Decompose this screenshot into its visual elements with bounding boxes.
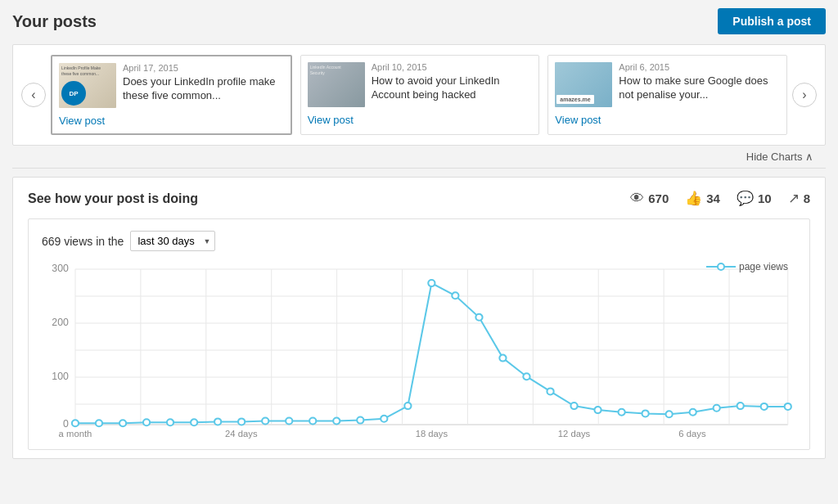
svg-point-53: [737, 403, 744, 409]
svg-text:300: 300: [52, 263, 69, 274]
svg-point-27: [119, 420, 126, 426]
shares-icon: ↗: [788, 190, 800, 207]
svg-point-41: [452, 292, 458, 299]
svg-text:24 days: 24 days: [225, 429, 258, 439]
comments-icon: 💬: [737, 190, 754, 207]
likes-value: 34: [706, 191, 720, 205]
post-info-2: April 10, 2015 How to avoid your LinkedI…: [372, 62, 533, 107]
stats-counts: 👁 670 👍 34 💬 10 ↗ 8: [630, 190, 810, 207]
svg-point-43: [499, 355, 506, 362]
posts-carousel: ‹ LinkedIn Profile Makethese five common…: [12, 44, 826, 146]
svg-text:12 days: 12 days: [558, 429, 591, 439]
svg-point-29: [167, 419, 173, 425]
post-info-1: April 17, 2015 Does your LinkedIn profil…: [123, 63, 284, 108]
post-thumbnail-2: LinkedIn AccountSecurity: [308, 62, 365, 107]
stats-title: See how your post is doing: [28, 191, 198, 206]
svg-point-40: [428, 280, 435, 286]
svg-point-1: [718, 263, 724, 270]
chart-controls: 669 views in the last 30 days last 7 day…: [42, 231, 796, 251]
svg-point-44: [523, 373, 529, 380]
post-thumbnail-1: LinkedIn Profile Makethese five common..…: [59, 63, 116, 108]
likes-icon: 👍: [685, 190, 702, 207]
svg-point-48: [619, 409, 625, 416]
svg-point-34: [286, 418, 292, 425]
carousel-items: LinkedIn Profile Makethese five common..…: [51, 55, 787, 135]
svg-point-30: [191, 419, 197, 425]
post-card-top-1: LinkedIn Profile Makethese five common..…: [59, 63, 284, 108]
svg-point-35: [309, 418, 316, 425]
post-thumbnail-3: amazes.me: [555, 62, 612, 107]
svg-text:0: 0: [63, 418, 69, 430]
stat-likes: 👍 34: [685, 190, 720, 207]
chart-container: 669 views in the last 30 days last 7 day…: [28, 218, 810, 450]
post-date-1: April 17, 2015: [123, 63, 284, 73]
svg-point-28: [143, 419, 150, 425]
post-avatar-1: DP: [61, 81, 86, 106]
chart-legend: page views: [706, 261, 788, 272]
comments-value: 10: [758, 191, 772, 205]
publish-button[interactable]: Publish a post: [718, 8, 826, 34]
svg-text:200: 200: [52, 317, 69, 328]
stat-shares: ↗ 8: [788, 190, 810, 207]
svg-point-39: [404, 403, 411, 409]
post-view-link-3[interactable]: View post: [555, 114, 780, 126]
stat-comments: 💬 10: [737, 190, 772, 207]
post-info-3: April 6, 2015 How to make sure Google do…: [619, 62, 780, 107]
post-date-2: April 10, 2015: [372, 62, 533, 72]
period-select-wrapper[interactable]: last 30 days last 7 days last 90 days: [130, 231, 215, 251]
svg-point-55: [785, 403, 791, 410]
svg-text:6 days: 6 days: [678, 429, 706, 439]
views-icon: 👁: [630, 191, 644, 207]
svg-point-32: [238, 418, 245, 425]
svg-text:18 days: 18 days: [416, 429, 448, 439]
svg-point-26: [96, 420, 102, 426]
views-period-label: 669 views in the: [42, 235, 124, 248]
svg-point-33: [262, 418, 268, 425]
post-title-3: How to make sure Google does not penalis…: [619, 74, 780, 102]
post-card-1: LinkedIn Profile Makethese five common..…: [51, 55, 292, 135]
post-title-2: How to avoid your LinkedIn Account being…: [372, 74, 533, 102]
page-wrapper: Your posts Publish a post ‹ LinkedIn Pro…: [0, 0, 838, 467]
svg-point-46: [570, 403, 577, 409]
chart-svg: 300 200 100 0: [42, 261, 796, 441]
post-card-2: LinkedIn AccountSecurity April 10, 2015 …: [300, 55, 540, 135]
chart-svg-wrapper: page views: [42, 261, 796, 441]
post-thumb-logo-3: amazes.me: [556, 95, 593, 104]
post-card-top-3: amazes.me April 6, 2015 How to make sure…: [555, 62, 780, 107]
svg-point-51: [690, 409, 696, 416]
svg-point-47: [594, 407, 601, 413]
svg-text:a month: a month: [59, 429, 92, 439]
post-view-link-1[interactable]: View post: [59, 115, 284, 127]
post-title-1: Does your LinkedIn profile make these fi…: [123, 75, 284, 103]
shares-value: 8: [804, 191, 810, 205]
svg-point-38: [381, 416, 387, 422]
post-card-3: amazes.me April 6, 2015 How to make sure…: [547, 55, 787, 135]
page-title: Your posts: [12, 12, 97, 31]
legend-label: page views: [739, 261, 788, 272]
svg-point-37: [357, 417, 363, 424]
svg-point-25: [72, 420, 79, 426]
views-value: 670: [648, 191, 669, 205]
period-select[interactable]: last 30 days last 7 days last 90 days: [130, 231, 215, 251]
svg-point-42: [475, 314, 482, 321]
svg-point-45: [547, 388, 553, 394]
hide-charts-toggle[interactable]: Hide Charts ∧: [12, 146, 826, 169]
carousel-prev[interactable]: ‹: [21, 83, 46, 107]
stat-views: 👁 670: [630, 191, 669, 207]
page-header: Your posts Publish a post: [12, 8, 826, 34]
post-view-link-2[interactable]: View post: [308, 114, 533, 126]
svg-point-54: [761, 403, 768, 410]
svg-text:100: 100: [52, 371, 69, 382]
post-card-top-2: LinkedIn AccountSecurity April 10, 2015 …: [308, 62, 533, 107]
stats-section: See how your post is doing 👁 670 👍 34 💬 …: [12, 177, 826, 459]
stats-header: See how your post is doing 👁 670 👍 34 💬 …: [28, 190, 810, 207]
post-date-3: April 6, 2015: [619, 62, 780, 72]
svg-point-31: [214, 418, 221, 425]
svg-point-50: [665, 411, 672, 417]
svg-point-52: [714, 405, 720, 412]
carousel-next[interactable]: ›: [792, 83, 817, 107]
svg-point-36: [333, 418, 340, 425]
svg-point-49: [642, 410, 649, 416]
